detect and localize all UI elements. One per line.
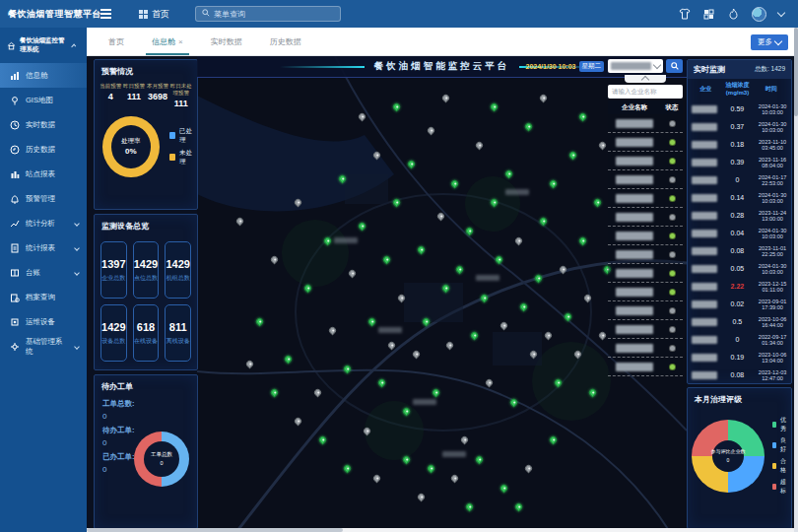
company-list-row[interactable] bbox=[608, 170, 683, 189]
sidebar-item-history[interactable]: 历史数据 bbox=[0, 137, 87, 162]
company-list-row[interactable] bbox=[608, 114, 683, 133]
device-card: 1429机组总数 bbox=[165, 241, 191, 299]
realtime-row: 0.182023-11-10 03:45:00 bbox=[688, 136, 791, 154]
device-card-value: 618 bbox=[137, 321, 155, 333]
sidebar-system-header[interactable]: 餐饮油烟监控管理系统 bbox=[0, 28, 87, 63]
user-menu-chevron-icon[interactable] bbox=[777, 8, 785, 16]
sidebar-item-gis-map[interactable]: GIS地图 bbox=[0, 88, 87, 112]
realtime-row: 0.082023-12-03 12:47:00 bbox=[688, 366, 791, 384]
company-select-dropdown[interactable] bbox=[608, 59, 663, 73]
company-search-button[interactable] bbox=[666, 59, 683, 73]
blur-chip bbox=[616, 344, 653, 353]
map-place-label bbox=[505, 189, 529, 195]
device-card-label: 点位总数 bbox=[134, 274, 158, 283]
map-place-label bbox=[442, 451, 466, 457]
sidebar-item-analysis[interactable]: 统计分析 bbox=[0, 211, 87, 235]
sidebar-item-archive[interactable]: 档案查询 bbox=[0, 285, 87, 309]
device-overview-panel: 监测设备总览 1397企业总数1429点位总数1429机组总数1429设备总数6… bbox=[94, 214, 198, 370]
company-list-row[interactable] bbox=[608, 339, 683, 358]
legend-swatch bbox=[169, 132, 175, 139]
company-name-redacted bbox=[608, 138, 661, 147]
company-list-row[interactable] bbox=[608, 245, 683, 264]
more-tabs-button[interactable]: 更多 bbox=[751, 34, 788, 50]
sidebar-item-label: GIS地图 bbox=[26, 96, 53, 105]
topbar-home-link[interactable]: 首页 bbox=[139, 8, 169, 21]
tab-首页[interactable]: 首页 bbox=[102, 36, 130, 55]
tab-close-icon[interactable]: × bbox=[178, 37, 183, 46]
sidebar-item-ledger[interactable]: 台账 bbox=[0, 260, 87, 285]
blur-chip bbox=[616, 213, 653, 222]
layout-grid-icon[interactable] bbox=[702, 8, 715, 21]
sidebar-item-label: 实时数据 bbox=[26, 120, 55, 130]
work-donut-value: 0 bbox=[151, 459, 172, 468]
company-list-row[interactable] bbox=[608, 301, 683, 320]
user-avatar[interactable] bbox=[752, 7, 766, 22]
company-list-row[interactable] bbox=[608, 227, 683, 245]
sidebar-item-base-system[interactable]: 基础管理系统 bbox=[0, 334, 87, 359]
company-list-row[interactable] bbox=[608, 320, 683, 339]
tab-label: 首页 bbox=[108, 37, 124, 46]
blur-chip bbox=[616, 232, 653, 240]
tab-实时数据[interactable]: 实时数据 bbox=[205, 36, 248, 55]
rating-center-label: 参与评比企业数 bbox=[711, 447, 746, 456]
concentration-value: 0.37 bbox=[721, 123, 755, 130]
legend-item: 未处理 bbox=[169, 149, 197, 166]
company-list-header: 企业名称 状态 bbox=[608, 100, 683, 114]
vertical-scrollbar[interactable] bbox=[794, 28, 798, 532]
sidebar-item-dashboard[interactable]: 信息舱 bbox=[0, 63, 87, 88]
status-offline-dot bbox=[669, 326, 676, 333]
alarm-stats: 当前预警4昨日预警111本月预警3698昨日未处理预警111 bbox=[95, 79, 197, 108]
company-list-row[interactable] bbox=[608, 358, 683, 376]
theme-skin-icon[interactable] bbox=[678, 8, 691, 21]
blur-chip bbox=[616, 288, 653, 297]
sidebar-item-stat-report[interactable]: 统计报表 bbox=[0, 235, 87, 260]
company-list-row[interactable] bbox=[608, 189, 683, 208]
alarm-stat-label: 昨日预警 bbox=[123, 83, 146, 90]
realtime-row: 0.142024-01-30 10:03:00 bbox=[688, 189, 791, 207]
home-grid-icon bbox=[139, 10, 148, 19]
alarm-stat-value: 3698 bbox=[147, 92, 169, 101]
map-place-label bbox=[476, 275, 499, 281]
sidebar-item-alarm[interactable]: 预警管理 bbox=[0, 186, 87, 211]
menu-toggle-icon[interactable] bbox=[100, 9, 111, 19]
tab-信息舱[interactable]: 信息舱× bbox=[146, 36, 189, 55]
realtime-title: 实时监测 bbox=[694, 64, 725, 75]
blur-chip bbox=[692, 212, 717, 220]
company-name-redacted bbox=[608, 119, 661, 128]
company-status bbox=[661, 158, 683, 165]
company-name-col: 企业名称 bbox=[608, 103, 661, 112]
alarm-stat-value: 111 bbox=[169, 99, 192, 108]
collapse-panel-handle[interactable] bbox=[625, 75, 666, 83]
legend-swatch bbox=[772, 442, 776, 448]
sidebar-item-site-report[interactable]: 站点报表 bbox=[0, 162, 87, 186]
legend-label: 优秀 bbox=[780, 416, 788, 433]
sidebar-item-realtime[interactable]: 实时数据 bbox=[0, 112, 87, 137]
company-name-input[interactable]: 请输入企业名称 bbox=[608, 85, 683, 99]
company-list-row[interactable] bbox=[608, 283, 683, 301]
sidebar-item-device[interactable]: 运维设备 bbox=[0, 309, 87, 334]
realtime-row: 0.592024-01-30 10:03:00 bbox=[688, 100, 791, 118]
search-icon bbox=[202, 9, 210, 19]
blur-chip bbox=[616, 269, 653, 278]
company-list-row[interactable] bbox=[608, 133, 683, 152]
status-offline-dot bbox=[669, 251, 676, 258]
device-card-value: 1429 bbox=[166, 258, 189, 270]
company-list-row[interactable] bbox=[608, 264, 683, 283]
legend-item: 已处理 bbox=[169, 127, 197, 145]
alarm-stat: 当前预警4 bbox=[100, 83, 122, 108]
company-name-redacted bbox=[688, 176, 721, 184]
search-placeholder: 菜单查询 bbox=[214, 9, 245, 20]
horizontal-scrollbar[interactable] bbox=[87, 528, 794, 532]
flame-notification-icon[interactable] bbox=[727, 8, 740, 21]
menu-search-input[interactable]: 菜单查询 bbox=[195, 6, 341, 22]
chevron-down-icon bbox=[74, 245, 80, 251]
rating-legend-item: 合格 bbox=[772, 457, 788, 475]
company-list-row[interactable] bbox=[608, 152, 683, 170]
tab-历史数据[interactable]: 历史数据 bbox=[264, 36, 307, 55]
company-list-row[interactable] bbox=[608, 208, 683, 227]
gis-map[interactable]: 餐饮油烟智能监控云平台 2024/1/30 10:03 星期二 bbox=[197, 56, 687, 532]
app-title: 餐饮油烟管理智慧平台 bbox=[0, 8, 87, 21]
history-icon bbox=[10, 145, 20, 155]
device-card-value: 1397 bbox=[101, 258, 125, 270]
blur-chip bbox=[616, 175, 653, 184]
